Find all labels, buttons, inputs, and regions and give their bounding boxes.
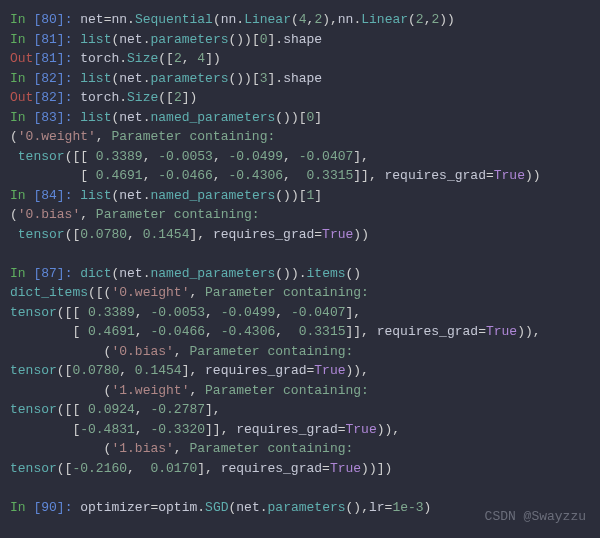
output-line: tensor([[ 0.0924, -0.2787],	[10, 400, 590, 420]
output-line: dict_items([('0.weight', Parameter conta…	[10, 283, 590, 303]
output-line: ('1.bias', Parameter containing:	[10, 439, 590, 459]
output-line: ('0.bias', Parameter containing:	[10, 342, 590, 362]
output-line: tensor([[ 0.3389, -0.0053, -0.0499, -0.0…	[10, 303, 590, 323]
output-line: tensor([0.0780, 0.1454], requires_grad=T…	[10, 361, 590, 381]
output-line: tensor([-0.2160, 0.0170], requires_grad=…	[10, 459, 590, 479]
code-line: In [80]: net=nn.Sequential(nn.Linear(4,2…	[10, 10, 590, 30]
blank-line	[10, 244, 590, 264]
output-line: ('0.bias', Parameter containing:	[10, 205, 590, 225]
output-line: ('0.weight', Parameter containing:	[10, 127, 590, 147]
output-line: tensor([[ 0.3389, -0.0053, -0.0499, -0.0…	[10, 147, 590, 167]
output-line: ('1.weight', Parameter containing:	[10, 381, 590, 401]
code-line: In [81]: list(net.parameters())[0].shape	[10, 30, 590, 50]
code-block: In [80]: net=nn.Sequential(nn.Linear(4,2…	[10, 10, 590, 517]
output-line: tensor([0.0780, 0.1454], requires_grad=T…	[10, 225, 590, 245]
output-line: [ 0.4691, -0.0466, -0.4306, 0.3315]], re…	[10, 166, 590, 186]
code-line: In [84]: list(net.named_parameters())[1]	[10, 186, 590, 206]
code-line: In [83]: list(net.named_parameters())[0]	[10, 108, 590, 128]
code-line: In [87]: dict(net.named_parameters()).it…	[10, 264, 590, 284]
blank-line	[10, 478, 590, 498]
output-line: [ 0.4691, -0.0466, -0.4306, 0.3315]], re…	[10, 322, 590, 342]
code-line: In [82]: list(net.parameters())[3].shape	[10, 69, 590, 89]
output-line: [-0.4831, -0.3320]], requires_grad=True)…	[10, 420, 590, 440]
output-line: Out[82]: torch.Size([2])	[10, 88, 590, 108]
output-line: Out[81]: torch.Size([2, 4])	[10, 49, 590, 69]
watermark: CSDN @Swayzzu	[485, 507, 586, 527]
